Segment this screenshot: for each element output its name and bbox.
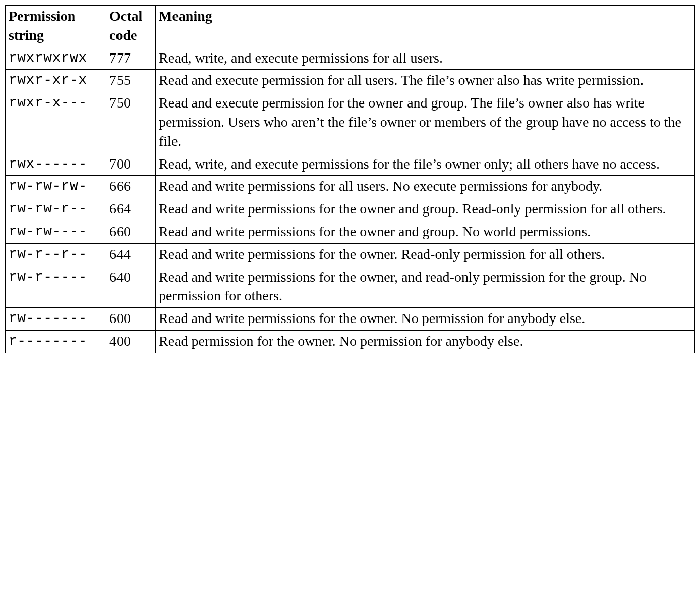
cell-octal: 755	[106, 70, 156, 92]
table-row: rw-rw-rw- 666 Read and write permissions…	[6, 176, 695, 198]
cell-octal: 644	[106, 243, 156, 266]
cell-octal: 660	[106, 221, 156, 243]
header-permission: Permission string	[6, 6, 106, 47]
cell-permission: rw-rw-r--	[6, 198, 106, 221]
cell-meaning: Read and write permissions for all users…	[156, 176, 695, 198]
cell-meaning: Read, write, and execute permissions for…	[156, 153, 695, 176]
table-row: rw-r--r-- 644 Read and write permissions…	[6, 243, 695, 266]
cell-permission: r--------	[6, 330, 106, 353]
table-row: rwxr-x--- 750 Read and execute permissio…	[6, 92, 695, 153]
table-row: rwxr-xr-x 755 Read and execute permissio…	[6, 70, 695, 92]
cell-permission: rw-r-----	[6, 266, 106, 308]
cell-octal: 666	[106, 176, 156, 198]
cell-meaning: Read and execute permission for all user…	[156, 70, 695, 92]
cell-meaning: Read permission for the owner. No permis…	[156, 330, 695, 353]
permissions-table: Permission string Octal code Meaning rwx…	[5, 5, 695, 353]
cell-octal: 400	[106, 330, 156, 353]
table-row: rw-r----- 640 Read and write permissions…	[6, 266, 695, 308]
cell-permission: rw-r--r--	[6, 243, 106, 266]
table-row: rwx------ 700 Read, write, and execute p…	[6, 153, 695, 176]
table-row: r-------- 400 Read permission for the ow…	[6, 330, 695, 353]
cell-meaning: Read and write permissions for the owner…	[156, 243, 695, 266]
header-meaning: Meaning	[156, 6, 695, 47]
cell-octal: 700	[106, 153, 156, 176]
cell-octal: 640	[106, 266, 156, 308]
cell-permission: rwx------	[6, 153, 106, 176]
cell-octal: 750	[106, 92, 156, 153]
cell-meaning: Read, write, and execute permissions for…	[156, 47, 695, 70]
cell-octal: 664	[106, 198, 156, 221]
header-octal: Octal code	[106, 6, 156, 47]
cell-octal: 600	[106, 308, 156, 331]
cell-permission: rwxr-xr-x	[6, 70, 106, 92]
cell-meaning: Read and execute permission for the owne…	[156, 92, 695, 153]
cell-meaning: Read and write permissions for the owner…	[156, 221, 695, 243]
cell-permission: rw-rw----	[6, 221, 106, 243]
table-row: rwxrwxrwx 777 Read, write, and execute p…	[6, 47, 695, 70]
cell-meaning: Read and write permissions for the owner…	[156, 198, 695, 221]
cell-meaning: Read and write permissions for the owner…	[156, 308, 695, 331]
cell-octal: 777	[106, 47, 156, 70]
table-row: rw------- 600 Read and write permissions…	[6, 308, 695, 331]
cell-permission: rwxrwxrwx	[6, 47, 106, 70]
table-row: rw-rw-r-- 664 Read and write permissions…	[6, 198, 695, 221]
table-row: rw-rw---- 660 Read and write permissions…	[6, 221, 695, 243]
cell-permission: rw-------	[6, 308, 106, 331]
cell-meaning: Read and write permissions for the owner…	[156, 266, 695, 308]
cell-permission: rwxr-x---	[6, 92, 106, 153]
table-header-row: Permission string Octal code Meaning	[6, 6, 695, 47]
cell-permission: rw-rw-rw-	[6, 176, 106, 198]
